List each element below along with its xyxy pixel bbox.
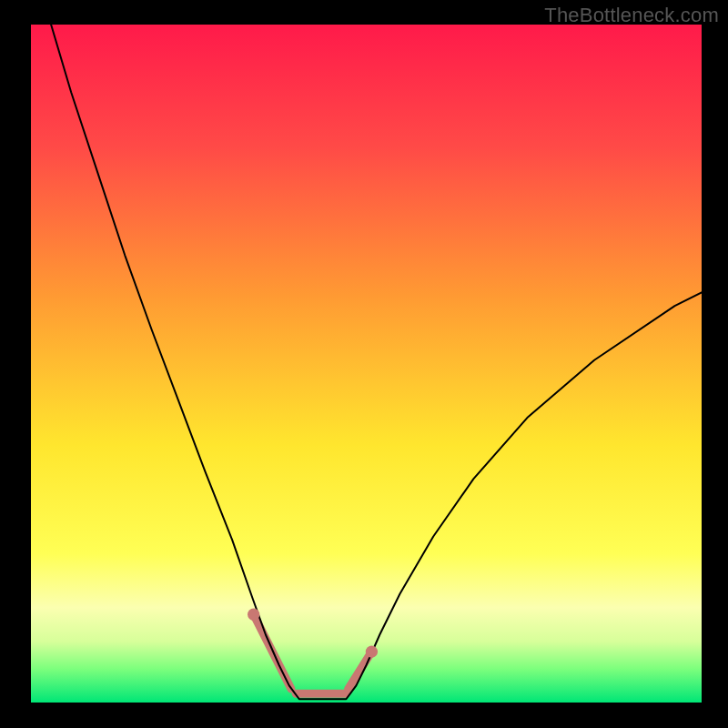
svg-point-4	[248, 608, 259, 620]
bottleneck-curve	[51, 25, 702, 699]
chart-frame: TheBottleneck.com	[0, 0, 728, 728]
svg-point-5	[366, 645, 378, 657]
curve-layer	[31, 25, 702, 703]
svg-line-3	[349, 652, 372, 689]
watermark-text: TheBottleneck.com	[544, 4, 719, 27]
valley-highlight	[254, 614, 372, 693]
plot-area	[31, 25, 702, 703]
